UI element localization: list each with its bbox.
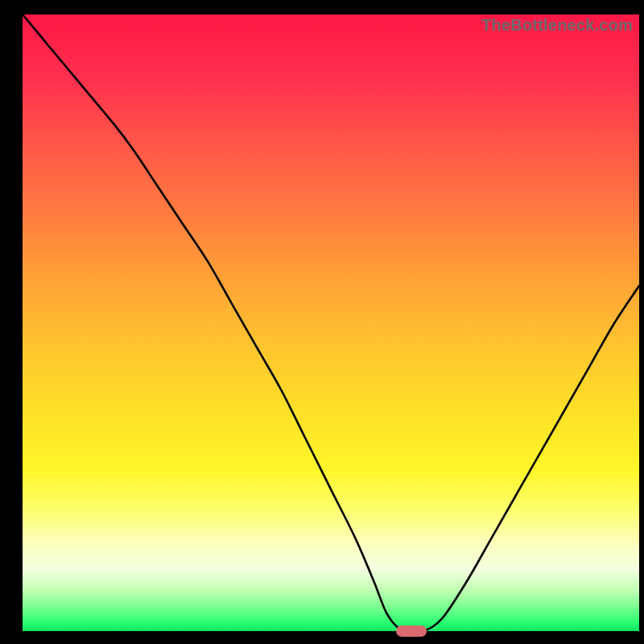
- bottleneck-curve: [23, 14, 639, 631]
- chart-frame: TheBottleneck.com: [0, 0, 644, 644]
- plot-area: TheBottleneck.com: [23, 14, 639, 631]
- optimal-point-marker: [396, 625, 427, 637]
